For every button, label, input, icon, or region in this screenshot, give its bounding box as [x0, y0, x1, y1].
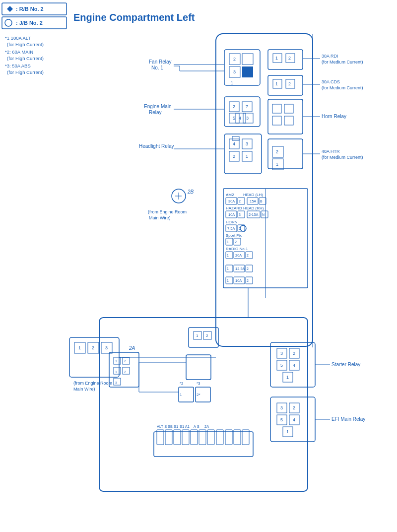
svg-rect-62: [268, 139, 303, 169]
svg-text:2: 2: [247, 254, 249, 257]
svg-text:HORN: HORN: [226, 220, 238, 224]
svg-text:1: 1: [227, 279, 229, 282]
svg-rect-70: [224, 134, 262, 174]
svg-text:2: 2: [276, 149, 278, 154]
svg-text:EFI Main Relay: EFI Main Relay: [331, 416, 365, 422]
svg-rect-16: [242, 54, 253, 65]
svg-text:(for High Current): (for High Current): [7, 42, 44, 47]
svg-text:3: 3: [280, 405, 283, 410]
svg-text:2·15A: 2·15A: [249, 212, 259, 217]
svg-rect-161: [154, 432, 253, 457]
svg-text:S1 A1: S1 A1: [180, 424, 190, 429]
svg-text:2A: 2A: [129, 345, 135, 351]
svg-text:Fan Relay: Fan Relay: [149, 59, 172, 65]
svg-text:*2: *2: [180, 381, 184, 386]
svg-text:*3: *3: [197, 381, 200, 386]
svg-rect-138: [69, 337, 119, 377]
svg-point-219: [240, 225, 246, 231]
svg-text:2: 2: [239, 200, 241, 203]
svg-text:Engine Main: Engine Main: [144, 104, 172, 109]
svg-text:15A: 15A: [250, 199, 256, 203]
svg-text:1: 1: [276, 162, 278, 167]
svg-text:No. 1: No. 1: [151, 65, 163, 70]
page-title: Engine Compartment Left: [73, 12, 195, 23]
svg-text:HEAD (LH): HEAD (LH): [243, 193, 263, 197]
svg-text:2: 2: [247, 279, 249, 282]
svg-text:2: 2: [124, 359, 126, 363]
svg-rect-154: [186, 355, 211, 380]
svg-text:30A: 30A: [228, 199, 235, 203]
svg-text:1: 1: [246, 154, 248, 159]
svg-text:3: 3: [280, 351, 283, 356]
svg-text:20A: 20A: [235, 253, 242, 258]
svg-text:30A RDI: 30A RDI: [322, 54, 338, 59]
svg-rect-43: [284, 104, 293, 113]
svg-rect-42: [272, 104, 281, 113]
svg-text:1: 1: [115, 359, 117, 363]
svg-text:*1  100A ALT: *1 100A ALT: [5, 35, 31, 41]
svg-text:N: N: [262, 213, 265, 216]
svg-text:Relay: Relay: [149, 110, 162, 115]
svg-text:: R/B No. 2: : R/B No. 2: [16, 6, 44, 12]
svg-text:1: 1: [196, 333, 198, 338]
svg-text:Main Wire): Main Wire): [73, 387, 95, 392]
svg-text:3: 3: [239, 213, 241, 216]
svg-text:AM2: AM2: [226, 193, 234, 197]
svg-rect-44: [272, 116, 281, 125]
svg-text:3: 3: [115, 381, 117, 385]
svg-text:1: 1: [78, 345, 81, 350]
svg-text:1: 1: [286, 429, 289, 434]
svg-text:2: 2: [233, 104, 235, 109]
svg-text:2: 2: [206, 333, 208, 338]
svg-text:10A: 10A: [228, 212, 235, 217]
svg-text:1: 1: [286, 375, 289, 380]
svg-rect-137: [99, 318, 308, 491]
svg-text:Starter Relay: Starter Relay: [331, 362, 360, 367]
svg-text:2: 2: [288, 81, 291, 86]
svg-text:1: 1: [231, 80, 233, 85]
svg-rect-45: [284, 116, 293, 125]
svg-text:2: 2: [124, 370, 126, 374]
svg-text:2: 2: [247, 267, 249, 270]
svg-text:(from Engine Room: (from Engine Room: [148, 209, 187, 214]
svg-text:*3: 50A ABS: *3: 50A ABS: [5, 63, 31, 68]
svg-text:30A CDS: 30A CDS: [322, 79, 340, 84]
svg-text:1: 1: [275, 81, 278, 86]
svg-text:3: 3: [246, 116, 249, 121]
svg-text:(for Medium Current): (for Medium Current): [322, 155, 363, 160]
svg-text:2*: 2*: [197, 393, 200, 397]
svg-rect-79: [232, 136, 239, 140]
svg-text:B: B: [260, 200, 263, 203]
svg-text:12.5A: 12.5A: [235, 266, 245, 271]
svg-text:4: 4: [233, 141, 235, 146]
svg-text:2: 2: [92, 345, 94, 350]
svg-text:2: 2: [235, 240, 237, 244]
svg-text:4: 4: [245, 69, 247, 74]
svg-text:4: 4: [293, 363, 295, 368]
svg-text:(for Medium Current): (for Medium Current): [322, 60, 363, 65]
svg-text:(for High Current): (for High Current): [7, 69, 44, 75]
svg-text:3: 3: [246, 141, 248, 146]
svg-text:Sport Fix: Sport Fix: [226, 233, 242, 238]
svg-text:RADIO No.1: RADIO No.1: [226, 247, 248, 251]
svg-text:SB S1: SB S1: [168, 424, 178, 429]
svg-text:A S: A S: [194, 424, 199, 429]
svg-marker-1: [7, 6, 13, 12]
svg-text:: J/B No. 2: : J/B No. 2: [16, 20, 43, 26]
svg-text:7: 7: [246, 104, 248, 109]
svg-text:40A HTR: 40A HTR: [322, 149, 340, 154]
svg-text:2: 2: [293, 351, 295, 356]
svg-text:1: 1: [227, 254, 229, 257]
svg-text:2A: 2A: [204, 424, 209, 429]
svg-text:10A: 10A: [235, 278, 242, 283]
svg-text:(for Medium Current): (for Medium Current): [322, 85, 363, 90]
svg-text:2: 2: [288, 56, 291, 61]
svg-text:1: 1: [115, 370, 117, 374]
svg-text:1: 1: [227, 240, 229, 244]
svg-text:1: 1: [180, 393, 182, 397]
svg-text:Horn Relay: Horn Relay: [322, 114, 346, 119]
svg-text:5: 5: [280, 417, 283, 422]
svg-text:1: 1: [227, 267, 229, 270]
svg-text:HAZARD HEAD (RH): HAZARD HEAD (RH): [226, 206, 264, 210]
svg-text:5: 5: [233, 116, 235, 121]
